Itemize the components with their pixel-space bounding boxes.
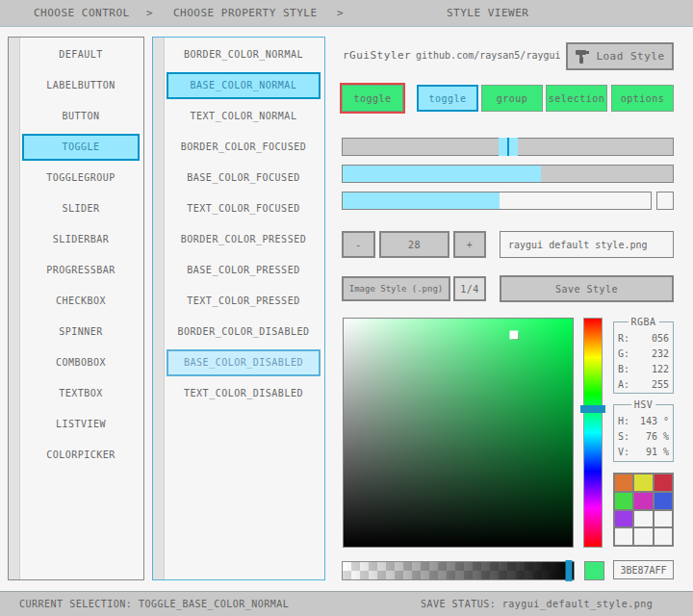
spinner-plus-button[interactable]: +: [453, 231, 486, 258]
color-cursor[interactable]: [510, 330, 519, 339]
rgba-title: RGBA: [628, 317, 658, 327]
control-item-button[interactable]: BUTTON: [22, 103, 140, 130]
app-title: rGuiStyler: [343, 49, 411, 62]
filename-input[interactable]: [500, 231, 674, 258]
color-swatch[interactable]: [615, 493, 632, 509]
control-item-toggle[interactable]: TOGGLE: [22, 134, 140, 161]
hsv-v-value: 91 %: [646, 445, 669, 460]
color-swatch[interactable]: [634, 511, 652, 527]
rgba-groupbox: RGBA R:056 G:232 B:122 A:255: [613, 321, 674, 394]
rgba-g-value: 232: [652, 346, 669, 362]
breadcrumb-separator: >: [146, 0, 153, 26]
rgba-a-label: A:: [618, 377, 629, 393]
demo-toggle-edited[interactable]: toggle: [342, 85, 403, 112]
control-item-default[interactable]: DEFAULT: [22, 41, 140, 68]
hsv-h-value: 143 °: [640, 414, 669, 429]
hsv-s-value: 76 %: [646, 429, 669, 445]
rgba-r-value: 056: [652, 331, 669, 346]
hsv-title: HSV: [631, 399, 656, 410]
property-item-base-color-normal[interactable]: BASE_COLOR_NORMAL: [167, 72, 321, 99]
demo-progressbar: [342, 192, 652, 210]
save-status: SAVE STATUS: raygui_default_style.png: [421, 592, 653, 616]
rgba-b-value: 122: [652, 362, 669, 377]
sliderbar-fill: [343, 166, 541, 182]
controls-list-scrollbar[interactable]: [9, 38, 20, 579]
header-bar: CHOOSE CONTROL > CHOOSE PROPERTY STYLE >…: [0, 0, 693, 27]
color-swatch[interactable]: [615, 511, 632, 527]
control-item-labelbutton[interactable]: LABELBUTTON: [22, 72, 140, 99]
image-style-button[interactable]: Image Style (.png): [342, 276, 450, 301]
property-item-border-color-disabled[interactable]: BORDER_COLOR_DISABLED: [167, 319, 321, 346]
control-item-togglegroup[interactable]: TOGGLEGROUP: [22, 165, 140, 192]
breadcrumb-style-viewer: STYLE VIEWER: [447, 0, 528, 26]
property-item-border-color-pressed[interactable]: BORDER_COLOR_PRESSED: [167, 226, 321, 253]
demo-sliderbar[interactable]: [342, 165, 674, 183]
load-style-button[interactable]: Load Style: [566, 42, 674, 70]
color-swatch[interactable]: [654, 493, 672, 509]
property-item-text-color-pressed[interactable]: TEXT_COLOR_PRESSED: [167, 288, 321, 315]
color-swatch[interactable]: [654, 475, 672, 491]
control-item-colorpicker[interactable]: COLORPICKER: [22, 442, 140, 469]
hsv-h-label: H:: [618, 414, 629, 429]
repo-label: github.com/raysan5/raygui: [416, 50, 561, 61]
demo-togglegroup-item-options[interactable]: options: [611, 85, 674, 112]
properties-list-scrollbar[interactable]: [153, 38, 165, 579]
saturation-value-square[interactable]: [343, 318, 574, 548]
demo-togglegroup-item-selection[interactable]: selection: [546, 85, 607, 112]
spinner-value[interactable]: 28: [379, 231, 449, 258]
demo-togglegroup-item-group[interactable]: group: [481, 85, 543, 112]
alpha-handle[interactable]: [566, 560, 573, 581]
control-item-combobox[interactable]: COMBOBOX: [22, 349, 140, 376]
property-item-base-color-disabled[interactable]: BASE_COLOR_DISABLED: [167, 349, 321, 376]
property-item-text-color-disabled[interactable]: TEXT_COLOR_DISABLED: [167, 380, 321, 407]
color-swatch[interactable]: [615, 475, 632, 491]
control-item-textbox[interactable]: TEXTBOX: [22, 380, 140, 407]
property-item-border-color-normal[interactable]: BORDER_COLOR_NORMAL: [167, 41, 321, 68]
rgba-a-value: 255: [652, 377, 669, 393]
rgba-g-label: G:: [618, 346, 629, 362]
hue-handle[interactable]: [580, 405, 605, 413]
hex-value-input[interactable]: [613, 560, 674, 579]
ratio-label[interactable]: 1/4: [453, 276, 486, 301]
control-item-sliderbar[interactable]: SLIDERBAR: [22, 226, 140, 253]
rgba-b-label: B:: [618, 362, 629, 377]
color-swatch[interactable]: [634, 475, 652, 491]
slider-handle[interactable]: [499, 138, 518, 156]
status-bar: CURRENT SELECTION: TOGGLE_BASE_COLOR_NOR…: [0, 591, 693, 616]
color-swatch[interactable]: [615, 528, 632, 545]
color-swatch[interactable]: [634, 493, 652, 509]
current-selection-status: CURRENT SELECTION: TOGGLE_BASE_COLOR_NOR…: [19, 592, 289, 616]
breadcrumb-choose-property-style: CHOOSE PROPERTY STYLE: [173, 0, 318, 26]
paint-roller-icon: [575, 49, 590, 64]
control-item-slider[interactable]: SLIDER: [22, 195, 140, 222]
demo-togglegroup-item-toggle[interactable]: toggle: [417, 85, 478, 112]
controls-list-panel: DEFAULT LABELBUTTON BUTTON TOGGLE TOGGLE…: [8, 37, 144, 580]
breadcrumb-choose-control: CHOOSE CONTROL: [34, 0, 130, 26]
progressbar-fill: [343, 192, 500, 209]
control-item-progressbar[interactable]: PROGRESSBAR: [22, 257, 140, 284]
hsv-groupbox: HSV H:143 ° S:76 % V:91 %: [613, 404, 674, 462]
color-swatch[interactable]: [654, 511, 672, 527]
color-swatch-grid: [613, 473, 674, 547]
property-item-base-color-pressed[interactable]: BASE_COLOR_PRESSED: [167, 257, 321, 284]
control-item-checkbox[interactable]: CHECKBOX: [22, 288, 140, 315]
property-item-border-color-focused[interactable]: BORDER_COLOR_FOCUSED: [167, 134, 321, 161]
save-style-button[interactable]: Save Style: [500, 275, 674, 302]
breadcrumb-separator: >: [337, 0, 344, 26]
control-item-spinner[interactable]: SPINNER: [22, 319, 140, 346]
control-item-listview[interactable]: LISTVIEW: [22, 411, 140, 438]
rgba-r-label: R:: [618, 331, 629, 346]
color-swatch[interactable]: [634, 528, 652, 545]
hsv-s-label: S:: [618, 429, 629, 445]
property-item-text-color-normal[interactable]: TEXT_COLOR_NORMAL: [167, 103, 321, 130]
alpha-slider[interactable]: [342, 561, 575, 580]
demo-checkbox[interactable]: [656, 192, 674, 210]
hue-slider[interactable]: [583, 318, 603, 548]
current-color-swatch: [584, 561, 604, 580]
color-swatch[interactable]: [654, 528, 672, 545]
property-item-base-color-focused[interactable]: BASE_COLOR_FOCUSED: [167, 165, 321, 192]
spinner-minus-button[interactable]: -: [342, 231, 375, 258]
property-item-text-color-focused[interactable]: TEXT_COLOR_FOCUSED: [167, 195, 321, 222]
demo-slider[interactable]: [342, 138, 674, 156]
hsv-v-label: V:: [618, 445, 629, 460]
